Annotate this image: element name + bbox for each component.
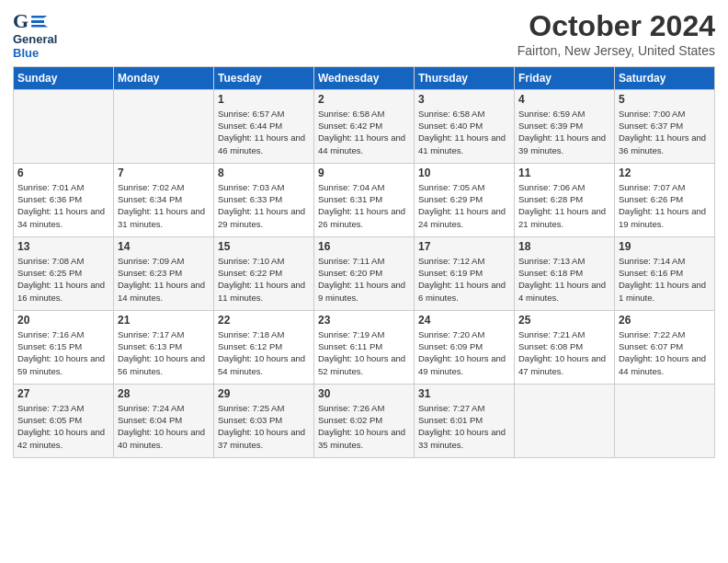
page: G General Blue October 2024 Fairton, New… [0, 0, 728, 563]
calendar-cell: 27Sunrise: 7:23 AM Sunset: 6:05 PM Dayli… [14, 384, 114, 457]
day-info: Sunrise: 7:16 AM Sunset: 6:15 PM Dayligh… [17, 328, 109, 377]
header: G General Blue October 2024 Fairton, New… [13, 9, 715, 61]
col-friday: Friday [515, 66, 615, 89]
day-number: 9 [318, 167, 410, 179]
calendar-week-row: 13Sunrise: 7:08 AM Sunset: 6:25 PM Dayli… [14, 236, 715, 310]
day-number: 21 [118, 314, 210, 327]
day-number: 24 [418, 314, 510, 327]
day-info: Sunrise: 7:04 AM Sunset: 6:31 PM Dayligh… [318, 181, 410, 230]
day-info: Sunrise: 7:07 AM Sunset: 6:26 PM Dayligh… [619, 181, 711, 230]
day-info: Sunrise: 7:05 AM Sunset: 6:29 PM Dayligh… [418, 181, 510, 230]
calendar-cell: 21Sunrise: 7:17 AM Sunset: 6:13 PM Dayli… [114, 310, 214, 384]
day-info: Sunrise: 6:57 AM Sunset: 6:44 PM Dayligh… [218, 108, 310, 156]
calendar-cell: 19Sunrise: 7:14 AM Sunset: 6:16 PM Dayli… [615, 236, 715, 310]
day-number: 1 [218, 93, 310, 106]
day-info: Sunrise: 7:22 AM Sunset: 6:07 PM Dayligh… [619, 328, 711, 377]
day-info: Sunrise: 7:03 AM Sunset: 6:33 PM Dayligh… [218, 181, 310, 230]
calendar-week-row: 20Sunrise: 7:16 AM Sunset: 6:15 PM Dayli… [14, 310, 715, 384]
calendar-cell: 25Sunrise: 7:21 AM Sunset: 6:08 PM Dayli… [515, 310, 615, 384]
day-number: 25 [518, 314, 610, 327]
logo: G General Blue [13, 9, 57, 61]
calendar-week-row: 1Sunrise: 6:57 AM Sunset: 6:44 PM Daylig… [14, 89, 715, 163]
logo-wrapper: G [13, 9, 48, 33]
day-number: 6 [17, 167, 109, 179]
logo-blue: Blue [13, 47, 57, 61]
calendar-cell: 30Sunrise: 7:26 AM Sunset: 6:02 PM Dayli… [314, 384, 415, 457]
calendar-cell [14, 89, 114, 163]
calendar-cell: 4Sunrise: 6:59 AM Sunset: 6:39 PM Daylig… [515, 89, 615, 163]
day-number: 17 [418, 240, 510, 253]
day-number: 23 [318, 314, 410, 327]
calendar-table: Sunday Monday Tuesday Wednesday Thursday… [13, 66, 715, 458]
col-saturday: Saturday [615, 66, 715, 89]
calendar-cell: 23Sunrise: 7:19 AM Sunset: 6:11 PM Dayli… [314, 310, 415, 384]
col-tuesday: Tuesday [214, 66, 314, 89]
day-number: 5 [619, 93, 711, 106]
day-number: 4 [518, 93, 610, 106]
calendar-cell: 18Sunrise: 7:13 AM Sunset: 6:18 PM Dayli… [515, 236, 615, 310]
col-wednesday: Wednesday [314, 66, 415, 89]
logo-lines [31, 16, 48, 28]
day-number: 16 [318, 240, 410, 253]
calendar-cell: 5Sunrise: 7:00 AM Sunset: 6:37 PM Daylig… [615, 89, 715, 163]
calendar-cell [515, 384, 615, 457]
day-number: 18 [518, 240, 610, 253]
day-info: Sunrise: 7:13 AM Sunset: 6:18 PM Dayligh… [518, 255, 610, 304]
day-info: Sunrise: 7:24 AM Sunset: 6:04 PM Dayligh… [118, 402, 210, 451]
col-thursday: Thursday [415, 66, 515, 89]
calendar-cell: 16Sunrise: 7:11 AM Sunset: 6:20 PM Dayli… [314, 236, 415, 310]
day-info: Sunrise: 7:20 AM Sunset: 6:09 PM Dayligh… [418, 328, 510, 377]
day-number: 3 [418, 93, 510, 106]
day-info: Sunrise: 7:10 AM Sunset: 6:22 PM Dayligh… [218, 255, 310, 304]
day-info: Sunrise: 7:09 AM Sunset: 6:23 PM Dayligh… [118, 255, 210, 304]
day-number: 22 [218, 314, 310, 327]
calendar-subtitle: Fairton, New Jersey, United States [518, 43, 715, 58]
logo-line-mid [31, 20, 44, 23]
calendar-week-row: 27Sunrise: 7:23 AM Sunset: 6:05 PM Dayli… [14, 384, 715, 457]
calendar-cell [615, 384, 715, 457]
logo-line-top [31, 16, 48, 18]
day-info: Sunrise: 7:26 AM Sunset: 6:02 PM Dayligh… [318, 402, 410, 451]
calendar-cell: 11Sunrise: 7:06 AM Sunset: 6:28 PM Dayli… [515, 163, 615, 236]
day-number: 11 [518, 167, 610, 179]
day-number: 19 [619, 240, 711, 253]
calendar-cell: 2Sunrise: 6:58 AM Sunset: 6:42 PM Daylig… [314, 89, 415, 163]
day-info: Sunrise: 7:01 AM Sunset: 6:36 PM Dayligh… [17, 181, 109, 230]
day-number: 8 [218, 167, 310, 179]
day-number: 10 [418, 167, 510, 179]
day-number: 12 [619, 167, 711, 179]
col-sunday: Sunday [14, 66, 114, 89]
calendar-cell: 29Sunrise: 7:25 AM Sunset: 6:03 PM Dayli… [214, 384, 314, 457]
day-info: Sunrise: 7:08 AM Sunset: 6:25 PM Dayligh… [17, 255, 109, 304]
day-info: Sunrise: 7:25 AM Sunset: 6:03 PM Dayligh… [218, 402, 310, 451]
calendar-week-row: 6Sunrise: 7:01 AM Sunset: 6:36 PM Daylig… [14, 163, 715, 236]
day-number: 31 [418, 387, 510, 400]
calendar-cell [114, 89, 214, 163]
calendar-cell: 8Sunrise: 7:03 AM Sunset: 6:33 PM Daylig… [214, 163, 314, 236]
calendar-header-row: Sunday Monday Tuesday Wednesday Thursday… [14, 66, 715, 89]
day-number: 29 [218, 387, 310, 400]
day-info: Sunrise: 7:02 AM Sunset: 6:34 PM Dayligh… [118, 181, 210, 230]
day-info: Sunrise: 6:58 AM Sunset: 6:42 PM Dayligh… [318, 108, 410, 156]
day-number: 27 [17, 387, 109, 400]
day-number: 20 [17, 314, 109, 327]
day-info: Sunrise: 6:59 AM Sunset: 6:39 PM Dayligh… [518, 108, 610, 156]
logo-line-bot [31, 25, 48, 28]
calendar-cell: 14Sunrise: 7:09 AM Sunset: 6:23 PM Dayli… [114, 236, 214, 310]
calendar-cell: 12Sunrise: 7:07 AM Sunset: 6:26 PM Dayli… [615, 163, 715, 236]
calendar-cell: 26Sunrise: 7:22 AM Sunset: 6:07 PM Dayli… [615, 310, 715, 384]
calendar-cell: 20Sunrise: 7:16 AM Sunset: 6:15 PM Dayli… [14, 310, 114, 384]
day-info: Sunrise: 7:27 AM Sunset: 6:01 PM Dayligh… [418, 402, 510, 451]
calendar-cell: 15Sunrise: 7:10 AM Sunset: 6:22 PM Dayli… [214, 236, 314, 310]
calendar-body: 1Sunrise: 6:57 AM Sunset: 6:44 PM Daylig… [14, 89, 715, 457]
day-number: 14 [118, 240, 210, 253]
day-info: Sunrise: 7:14 AM Sunset: 6:16 PM Dayligh… [619, 255, 711, 304]
day-info: Sunrise: 7:19 AM Sunset: 6:11 PM Dayligh… [318, 328, 410, 377]
day-number: 26 [619, 314, 711, 327]
day-info: Sunrise: 7:06 AM Sunset: 6:28 PM Dayligh… [518, 181, 610, 230]
day-info: Sunrise: 7:17 AM Sunset: 6:13 PM Dayligh… [118, 328, 210, 377]
calendar-cell: 10Sunrise: 7:05 AM Sunset: 6:29 PM Dayli… [415, 163, 515, 236]
day-number: 15 [218, 240, 310, 253]
logo-letter-g: G [13, 9, 28, 33]
day-info: Sunrise: 7:11 AM Sunset: 6:20 PM Dayligh… [318, 255, 410, 304]
